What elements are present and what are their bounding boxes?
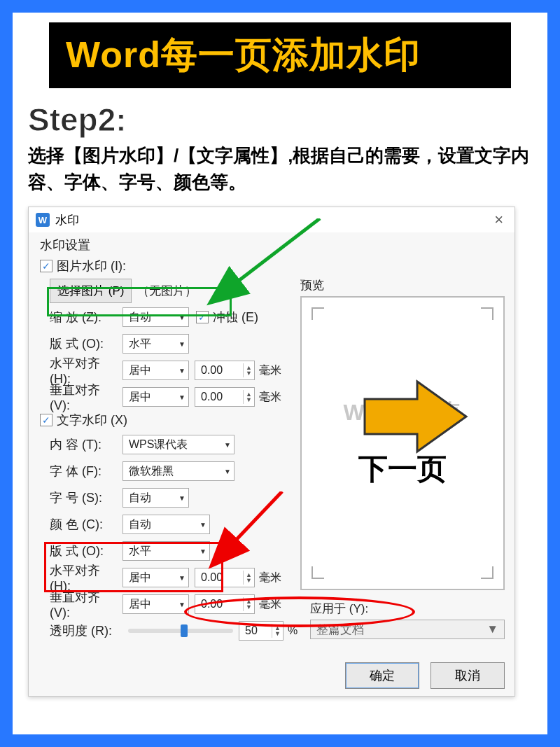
- zoom-label: 缩 放 (Z):: [37, 309, 122, 326]
- ok-button[interactable]: 确定: [345, 662, 419, 689]
- spinner-icon[interactable]: ▲▼: [243, 597, 254, 611]
- img-layout-label: 版 式 (O):: [37, 335, 122, 352]
- erode-label: 冲蚀 (E): [213, 309, 258, 326]
- txt-halign-spinner[interactable]: 0.00▲▼: [195, 568, 255, 587]
- opacity-spinner[interactable]: 50▲▼: [239, 621, 284, 641]
- step-label: Step2:: [28, 101, 532, 139]
- txt-valign-spinner[interactable]: 0.00▲▼: [195, 594, 255, 614]
- size-select[interactable]: 自动▼: [122, 488, 189, 508]
- chevron-down-icon: ▼: [178, 574, 186, 582]
- app-icon: W: [36, 213, 50, 227]
- crop-marker-icon: [481, 566, 493, 579]
- txt-valign-select[interactable]: 居中▼: [122, 594, 189, 614]
- chevron-down-icon: ▼: [486, 622, 498, 636]
- crop-marker-icon: [312, 307, 324, 320]
- select-image-button[interactable]: 选择图片 (P): [50, 279, 132, 303]
- chevron-down-icon: ▼: [224, 468, 231, 475]
- spinner-icon[interactable]: ▲▼: [243, 571, 254, 585]
- apply-select[interactable]: 整篇文档▼: [310, 620, 505, 639]
- opacity-slider[interactable]: [128, 629, 233, 633]
- unit-label: 毫米: [259, 390, 281, 405]
- txt-layout-label: 版 式 (O):: [37, 543, 122, 559]
- content-select[interactable]: WPS课代表▼: [122, 435, 234, 454]
- txt-valign-label: 垂直对齐 (V):: [37, 589, 122, 620]
- img-valign-spinner[interactable]: 0.00▲▼: [195, 387, 255, 407]
- section-title: 水印设置: [40, 237, 506, 253]
- crop-marker-icon: [312, 566, 324, 579]
- spinner-icon[interactable]: ▲▼: [243, 363, 254, 377]
- opacity-label: 透明度 (R):: [37, 622, 122, 639]
- color-label: 颜 色 (C):: [37, 516, 122, 533]
- checkbox-checked-icon[interactable]: ✓: [40, 260, 52, 272]
- chevron-down-icon: ▼: [178, 367, 186, 375]
- no-image-text: （无图片）: [137, 283, 197, 299]
- unit-label: %: [288, 624, 298, 637]
- unit-label: 毫米: [259, 597, 281, 612]
- cancel-button[interactable]: 取消: [430, 662, 505, 689]
- chevron-down-icon: ▼: [200, 521, 206, 529]
- font-label: 字 体 (F):: [37, 463, 122, 480]
- spinner-icon[interactable]: ▲▼: [243, 390, 254, 404]
- page-title: Word每一页添加水印: [49, 22, 511, 88]
- img-valign-select[interactable]: 居中▼: [122, 387, 189, 407]
- slider-thumb-icon[interactable]: [181, 624, 188, 637]
- content-label: 内 容 (T):: [37, 436, 122, 453]
- text-watermark-label: 文字水印 (X): [57, 412, 127, 428]
- img-layout-select[interactable]: 水平▼: [122, 334, 189, 354]
- chevron-down-icon: ▼: [178, 314, 186, 321]
- img-valign-label: 垂直对齐 (V):: [37, 382, 122, 413]
- image-watermark-checkbox-row[interactable]: ✓ 图片水印 (I):: [40, 258, 506, 274]
- dialog-titlebar: W 水印 ×: [29, 207, 514, 232]
- chevron-down-icon: ▼: [224, 441, 231, 449]
- size-label: 字 号 (S):: [37, 489, 122, 506]
- unit-label: 毫米: [259, 363, 281, 378]
- image-watermark-label: 图片水印 (I):: [57, 258, 126, 274]
- erode-checkbox[interactable]: ✓: [196, 311, 209, 323]
- chevron-down-icon: ▼: [178, 601, 186, 608]
- font-select[interactable]: 微软雅黑▼: [122, 461, 234, 481]
- close-icon[interactable]: ×: [490, 211, 507, 229]
- preview-box: WPS课代表 下一页: [300, 296, 505, 590]
- zoom-select[interactable]: 自动▼: [122, 307, 189, 327]
- watermark-dialog: W 水印 × 水印设置 ✓ 图片水印 (I): 选择图片 (P) （无图片） 缩…: [28, 207, 515, 697]
- spinner-icon[interactable]: ▲▼: [272, 624, 283, 638]
- img-halign-select[interactable]: 居中▼: [122, 361, 189, 380]
- txt-halign-select[interactable]: 居中▼: [122, 568, 189, 587]
- chevron-down-icon: ▼: [200, 547, 206, 555]
- svg-marker-0: [365, 382, 466, 452]
- apply-label: 应用于 (Y):: [310, 601, 505, 617]
- chevron-down-icon: ▼: [178, 494, 186, 502]
- chevron-down-icon: ▼: [178, 393, 186, 401]
- dialog-title: 水印: [55, 212, 79, 228]
- arrow-right-icon: [358, 375, 470, 459]
- crop-marker-icon: [481, 307, 493, 320]
- checkbox-checked-icon[interactable]: ✓: [40, 414, 52, 426]
- img-halign-spinner[interactable]: 0.00▲▼: [195, 361, 255, 380]
- color-select[interactable]: 自动▼: [122, 515, 210, 534]
- step-description: 选择【图片水印】/【文字属性】,根据自己的需要，设置文字内容、字体、字号、颜色等…: [28, 143, 532, 195]
- unit-label: 毫米: [259, 571, 281, 585]
- preview-label: 预览: [300, 277, 505, 293]
- chevron-down-icon: ▼: [178, 340, 186, 348]
- txt-layout-select[interactable]: 水平▼: [122, 541, 210, 561]
